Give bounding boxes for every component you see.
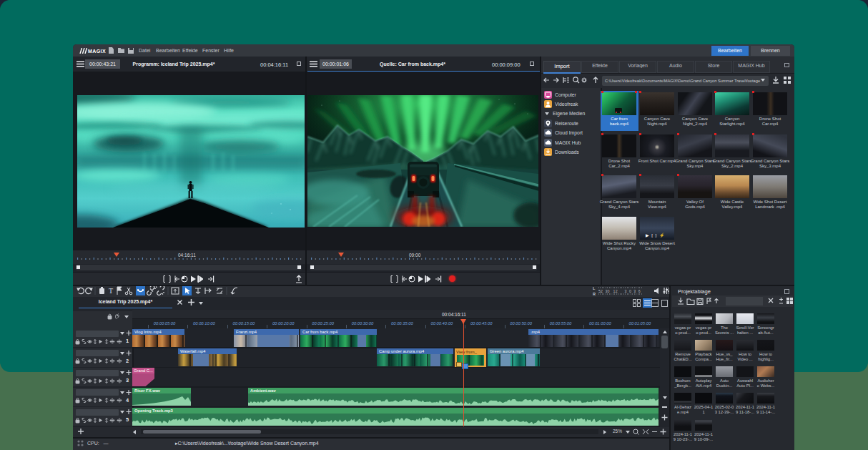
svg-text:T: T (109, 287, 113, 295)
